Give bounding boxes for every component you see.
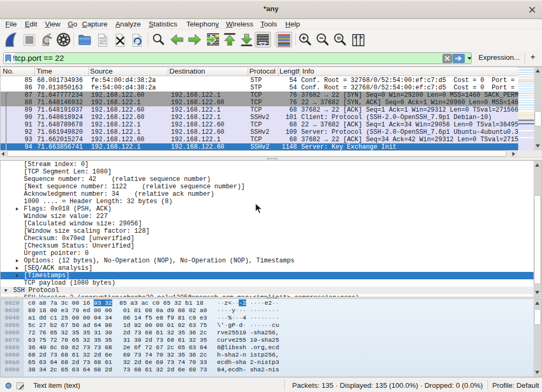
svg-text:0011: 0011 [100, 42, 106, 45]
